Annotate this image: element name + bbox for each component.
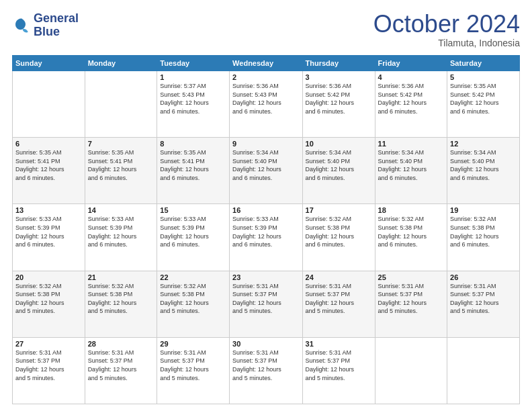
day-detail: Sunrise: 5:35 AM Sunset: 5:42 PM Dayligh… — [450, 82, 517, 116]
day-number: 17 — [306, 206, 372, 214]
calendar-cell: 3Sunrise: 5:36 AM Sunset: 5:42 PM Daylig… — [302, 71, 375, 138]
calendar-cell: 13Sunrise: 5:33 AM Sunset: 5:39 PM Dayli… — [13, 204, 85, 271]
calendar-cell: 8Sunrise: 5:35 AM Sunset: 5:41 PM Daylig… — [157, 138, 230, 204]
day-number: 4 — [378, 73, 444, 81]
calendar-cell: 24Sunrise: 5:31 AM Sunset: 5:37 PM Dayli… — [302, 271, 375, 337]
calendar-cell: 16Sunrise: 5:33 AM Sunset: 5:39 PM Dayli… — [230, 204, 302, 271]
day-number: 18 — [378, 206, 444, 214]
calendar-table: Sunday Monday Tuesday Wednesday Thursday… — [12, 55, 520, 404]
header-tuesday: Tuesday — [157, 56, 230, 71]
day-number: 13 — [15, 206, 82, 214]
day-detail: Sunrise: 5:31 AM Sunset: 5:37 PM Dayligh… — [232, 349, 299, 382]
header-thursday: Thursday — [302, 56, 375, 71]
calendar-cell: 21Sunrise: 5:32 AM Sunset: 5:38 PM Dayli… — [85, 271, 157, 337]
calendar-week-row-5: 27Sunrise: 5:31 AM Sunset: 5:37 PM Dayli… — [13, 337, 520, 404]
day-number: 22 — [160, 273, 226, 281]
calendar-cell: 1Sunrise: 5:37 AM Sunset: 5:43 PM Daylig… — [157, 71, 230, 138]
calendar-cell: 4Sunrise: 5:36 AM Sunset: 5:42 PM Daylig… — [375, 71, 447, 138]
day-number: 3 — [306, 73, 372, 81]
day-detail: Sunrise: 5:36 AM Sunset: 5:42 PM Dayligh… — [306, 82, 372, 116]
calendar-cell: 29Sunrise: 5:31 AM Sunset: 5:37 PM Dayli… — [157, 337, 230, 404]
day-number: 23 — [232, 273, 299, 281]
logo-line1: General — [34, 12, 79, 26]
header-friday: Friday — [375, 56, 447, 71]
day-detail: Sunrise: 5:35 AM Sunset: 5:41 PM Dayligh… — [160, 148, 226, 182]
calendar-cell: 15Sunrise: 5:33 AM Sunset: 5:39 PM Dayli… — [157, 204, 230, 271]
day-detail: Sunrise: 5:31 AM Sunset: 5:37 PM Dayligh… — [232, 282, 299, 316]
calendar-cell: 20Sunrise: 5:32 AM Sunset: 5:38 PM Dayli… — [13, 271, 85, 337]
calendar-cell: 2Sunrise: 5:36 AM Sunset: 5:43 PM Daylig… — [230, 71, 302, 138]
day-detail: Sunrise: 5:32 AM Sunset: 5:38 PM Dayligh… — [306, 215, 372, 248]
day-number: 12 — [450, 140, 517, 148]
day-detail: Sunrise: 5:35 AM Sunset: 5:41 PM Dayligh… — [15, 148, 82, 182]
header-sunday: Sunday — [13, 56, 85, 71]
day-detail: Sunrise: 5:32 AM Sunset: 5:38 PM Dayligh… — [450, 215, 517, 248]
calendar-cell: 25Sunrise: 5:31 AM Sunset: 5:37 PM Dayli… — [375, 271, 447, 337]
day-number: 11 — [378, 140, 444, 148]
calendar-cell: 14Sunrise: 5:33 AM Sunset: 5:39 PM Dayli… — [85, 204, 157, 271]
day-number: 26 — [450, 273, 517, 281]
day-detail: Sunrise: 5:36 AM Sunset: 5:42 PM Dayligh… — [378, 82, 444, 116]
day-number: 29 — [160, 340, 226, 348]
day-detail: Sunrise: 5:34 AM Sunset: 5:40 PM Dayligh… — [450, 148, 517, 182]
day-detail: Sunrise: 5:31 AM Sunset: 5:37 PM Dayligh… — [160, 349, 226, 382]
day-number: 25 — [378, 273, 444, 281]
header-saturday: Saturday — [447, 56, 520, 71]
day-detail: Sunrise: 5:33 AM Sunset: 5:39 PM Dayligh… — [232, 215, 299, 248]
day-detail: Sunrise: 5:32 AM Sunset: 5:38 PM Dayligh… — [378, 215, 444, 248]
logo: General Blue — [12, 12, 79, 39]
day-number: 28 — [88, 340, 154, 348]
day-number: 16 — [232, 206, 299, 214]
day-number: 10 — [306, 140, 372, 148]
calendar-cell: 12Sunrise: 5:34 AM Sunset: 5:40 PM Dayli… — [447, 138, 520, 204]
calendar-cell: 23Sunrise: 5:31 AM Sunset: 5:37 PM Dayli… — [230, 271, 302, 337]
day-detail: Sunrise: 5:31 AM Sunset: 5:37 PM Dayligh… — [450, 282, 517, 316]
day-detail: Sunrise: 5:32 AM Sunset: 5:38 PM Dayligh… — [15, 282, 82, 316]
day-number: 27 — [15, 340, 82, 348]
header: General Blue October 2024 Tilamuta, Indo… — [12, 12, 520, 48]
calendar-cell: 10Sunrise: 5:34 AM Sunset: 5:40 PM Dayli… — [302, 138, 375, 204]
day-detail: Sunrise: 5:31 AM Sunset: 5:37 PM Dayligh… — [378, 282, 444, 316]
month-title: October 2024 — [373, 12, 520, 36]
day-number: 15 — [160, 206, 226, 214]
day-detail: Sunrise: 5:34 AM Sunset: 5:40 PM Dayligh… — [306, 148, 372, 182]
calendar-week-row-4: 20Sunrise: 5:32 AM Sunset: 5:38 PM Dayli… — [13, 271, 520, 337]
calendar-cell: 9Sunrise: 5:34 AM Sunset: 5:40 PM Daylig… — [230, 138, 302, 204]
calendar-cell — [13, 71, 85, 138]
calendar-cell: 28Sunrise: 5:31 AM Sunset: 5:37 PM Dayli… — [85, 337, 157, 404]
calendar-week-row-3: 13Sunrise: 5:33 AM Sunset: 5:39 PM Dayli… — [13, 204, 520, 271]
calendar-cell — [85, 71, 157, 138]
day-number: 7 — [88, 140, 154, 148]
day-number: 2 — [232, 73, 299, 81]
day-detail: Sunrise: 5:34 AM Sunset: 5:40 PM Dayligh… — [378, 148, 444, 182]
day-detail: Sunrise: 5:36 AM Sunset: 5:43 PM Dayligh… — [232, 82, 299, 116]
day-number: 19 — [450, 206, 517, 214]
calendar-cell: 7Sunrise: 5:35 AM Sunset: 5:41 PM Daylig… — [85, 138, 157, 204]
day-number: 31 — [306, 340, 372, 348]
calendar-cell — [375, 337, 447, 404]
day-detail: Sunrise: 5:35 AM Sunset: 5:41 PM Dayligh… — [88, 148, 154, 182]
calendar-cell: 17Sunrise: 5:32 AM Sunset: 5:38 PM Dayli… — [302, 204, 375, 271]
day-number: 30 — [232, 340, 299, 348]
day-number: 21 — [88, 273, 154, 281]
calendar-week-row-2: 6Sunrise: 5:35 AM Sunset: 5:41 PM Daylig… — [13, 138, 520, 204]
title-area: October 2024 Tilamuta, Indonesia — [373, 12, 520, 48]
day-detail: Sunrise: 5:31 AM Sunset: 5:37 PM Dayligh… — [88, 349, 154, 382]
day-detail: Sunrise: 5:32 AM Sunset: 5:38 PM Dayligh… — [88, 282, 154, 316]
calendar-week-row-1: 1Sunrise: 5:37 AM Sunset: 5:43 PM Daylig… — [13, 71, 520, 138]
calendar-cell: 27Sunrise: 5:31 AM Sunset: 5:37 PM Dayli… — [13, 337, 85, 404]
day-number: 1 — [160, 73, 226, 81]
day-detail: Sunrise: 5:34 AM Sunset: 5:40 PM Dayligh… — [232, 148, 299, 182]
day-detail: Sunrise: 5:32 AM Sunset: 5:38 PM Dayligh… — [160, 282, 226, 316]
calendar-cell: 31Sunrise: 5:31 AM Sunset: 5:37 PM Dayli… — [302, 337, 375, 404]
day-number: 14 — [88, 206, 154, 214]
header-wednesday: Wednesday — [230, 56, 302, 71]
calendar-cell: 5Sunrise: 5:35 AM Sunset: 5:42 PM Daylig… — [447, 71, 520, 138]
day-detail: Sunrise: 5:33 AM Sunset: 5:39 PM Dayligh… — [15, 215, 82, 248]
calendar-cell: 22Sunrise: 5:32 AM Sunset: 5:38 PM Dayli… — [157, 271, 230, 337]
location-subtitle: Tilamuta, Indonesia — [373, 38, 520, 48]
day-detail: Sunrise: 5:31 AM Sunset: 5:37 PM Dayligh… — [15, 349, 82, 382]
calendar-cell: 19Sunrise: 5:32 AM Sunset: 5:38 PM Dayli… — [447, 204, 520, 271]
calendar-cell: 6Sunrise: 5:35 AM Sunset: 5:41 PM Daylig… — [13, 138, 85, 204]
day-number: 8 — [160, 140, 226, 148]
